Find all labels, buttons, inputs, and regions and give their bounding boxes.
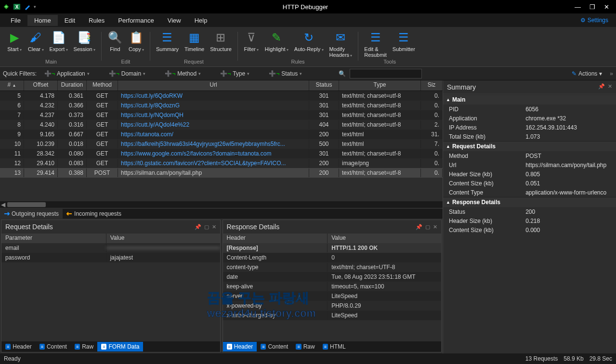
window-icon[interactable]: ▢	[204, 224, 209, 230]
search-icon[interactable]: 🔍	[339, 70, 346, 77]
summary-group-main[interactable]: ▲Main	[443, 94, 616, 104]
kv-row[interactable]: email	[1, 243, 220, 253]
summary-row: Status200	[443, 207, 616, 216]
col-header-size[interactable]: Siz	[421, 80, 443, 91]
summary-group-request-details[interactable]: ▲Request Details	[443, 141, 616, 151]
kv-row[interactable]: Content-Length0	[223, 253, 442, 262]
table-row[interactable]: 99.1650.667GEThttps://tutanota.com/200te…	[0, 130, 443, 139]
menu-rules[interactable]: Rules	[82, 15, 111, 26]
col-header-type[interactable]: Type	[339, 80, 421, 91]
copy-icon: 📋	[129, 30, 144, 45]
menu-home[interactable]: Home	[27, 15, 58, 26]
res-col-value[interactable]: Value	[328, 234, 441, 243]
ribbon-timeline[interactable]: ▦Timeline	[182, 30, 207, 58]
col-header-url[interactable]: Url	[118, 80, 309, 91]
tab-outgoing[interactable]: Outgoing requests	[0, 209, 63, 219]
col-header-duration[interactable]: Duration	[58, 80, 87, 91]
summary-group-response-details[interactable]: ▲Response Details	[443, 197, 616, 207]
menu-file[interactable]: File	[4, 15, 27, 26]
kv-row[interactable]: keep-alivetimeout=5, max=100	[223, 282, 442, 291]
close-panel-icon[interactable]: ✕	[433, 224, 437, 230]
kv-row[interactable]: content-typetext/html; charset=UTF-8	[223, 262, 442, 272]
ribbon-summary[interactable]: ☰Summary	[153, 30, 182, 58]
excel-icon[interactable]: X	[13, 2, 21, 11]
pin-icon[interactable]: 📌	[416, 224, 422, 230]
summary-row: Content Size (kb)0.000	[443, 225, 616, 234]
table-row[interactable]: 74.2370.373GEThttps://cutt.ly/NQdomQH301…	[0, 110, 443, 120]
ribbon-start[interactable]: ▶Start ▾	[4, 30, 25, 58]
filter-domain[interactable]: ➕¬Domain▾	[105, 69, 149, 78]
brush-icon[interactable]	[23, 2, 32, 11]
panel-tab-header[interactable]: ≡Header	[223, 342, 257, 351]
pin-icon[interactable]: 📌	[195, 224, 201, 230]
ribbon-submitter[interactable]: ☰Submitter	[390, 30, 418, 58]
table-row[interactable]: 54.1780.361GEThttps://cutt.ly/6QdoRKW301…	[0, 91, 443, 101]
col-header-num[interactable]: # ▲	[0, 80, 24, 91]
req-col-value[interactable]: Value	[106, 234, 220, 243]
panel-tab-raw[interactable]: ≡Raw	[71, 342, 97, 351]
req-col-parameter[interactable]: Parameter	[1, 234, 106, 243]
panel-tab-content[interactable]: ≡Content	[36, 342, 71, 351]
filter-type[interactable]: ➕¬Type▾	[216, 69, 253, 78]
panel-tab-raw[interactable]: ≡Raw	[292, 342, 318, 351]
maximize-icon[interactable]: ❐	[590, 3, 595, 11]
table-row[interactable]: 1128.3420.080GEThttps://www.google.com/s…	[0, 149, 443, 158]
table-row[interactable]: 1329.4140.388POSThttps://silman.cam/pony…	[0, 168, 443, 178]
menu-help[interactable]: Help	[188, 15, 214, 26]
panel-tab-content[interactable]: ≡Content	[257, 342, 292, 351]
ribbon-copy[interactable]: 📋Copy ▾	[126, 30, 147, 58]
summary-row: Header Size (kb)0.805	[443, 169, 616, 179]
minimize-icon[interactable]: —	[575, 3, 581, 11]
table-row[interactable]: 1010.2390.018GEThttps://bafkreihj53hrwa6…	[0, 139, 443, 149]
kv-row[interactable]: dateTue, 08 Aug 2023 23:51:18 GMT	[223, 272, 442, 282]
ribbon-editresubmit[interactable]: ☰Edit &Resubmit	[361, 30, 389, 58]
tab-incoming[interactable]: Incoming requests	[63, 209, 125, 219]
ribbon-session[interactable]: 📑Session ▾	[71, 30, 98, 58]
panel-tab-formdata[interactable]: ≡FORM Data	[97, 342, 143, 351]
summary-row: Total Size (kb)1.073	[443, 132, 616, 141]
plus-filter-icon: ➕¬	[220, 70, 231, 77]
kv-row[interactable]: x-powered-byPHP/8.0.29	[223, 301, 442, 311]
menu-view[interactable]: View	[161, 15, 188, 26]
kv-row[interactable]: serverLiteSpeed	[223, 291, 442, 301]
filter-method[interactable]: ➕¬Method▾	[161, 69, 205, 78]
start-icon: ▶	[7, 30, 22, 45]
filter-icon: ⊽	[244, 30, 259, 45]
close-panel-icon[interactable]: ✕	[212, 224, 216, 230]
search-input[interactable]	[350, 69, 422, 78]
ribbon-export[interactable]: 📄Export ▾	[47, 30, 71, 58]
close-icon[interactable]: ✕	[604, 3, 609, 11]
quick-access-icons: X ▾	[2, 2, 36, 11]
actions-button[interactable]: ✎ Actions ▾	[572, 70, 602, 77]
kv-row[interactable]: x-turbo-charged-byLiteSpeed	[223, 311, 442, 320]
ribbon-structure[interactable]: ⊞Structure	[207, 30, 235, 58]
horizontal-scrollbar[interactable]: ◀	[0, 201, 443, 208]
col-header-status[interactable]: Status	[309, 80, 339, 91]
ribbon-autoreply[interactable]: ↻Auto-Reply ▾	[291, 30, 327, 58]
settings-button[interactable]: ⚙Settings	[580, 17, 612, 24]
filter-application[interactable]: ➕¬Application▾	[40, 69, 93, 78]
kv-row[interactable]: passwordjajajatest	[1, 253, 220, 262]
ribbon-find[interactable]: 🔍Find	[105, 30, 126, 58]
menu-edit[interactable]: Edit	[58, 15, 82, 26]
close-panel-icon[interactable]: ✕	[608, 83, 612, 91]
menu-performance[interactable]: Performance	[111, 15, 160, 26]
table-row[interactable]: 64.2320.366GEThttps://cutt.ly/8QdoznG301…	[0, 101, 443, 110]
table-row[interactable]: 1229.4100.083GEThttps://t0.gstatic.com/f…	[0, 158, 443, 168]
window-icon[interactable]: ▢	[425, 224, 430, 230]
table-row[interactable]: 84.2400.316GEThttps://cutt.ly/AQdoI4e%22…	[0, 120, 443, 130]
kv-row[interactable]: [Response]HTTP/1.1 200 OK	[223, 243, 442, 253]
panel-tab-header[interactable]: ≡Header	[1, 342, 36, 351]
col-header-method[interactable]: Method	[87, 80, 118, 91]
filter-status[interactable]: ➕¬Status▾	[265, 69, 306, 78]
ribbon: ▶Start ▾🖌Clear ▾📄Export ▾📑Session ▾Main🔍…	[0, 27, 616, 67]
expand-icon[interactable]: »	[610, 70, 613, 77]
panel-tab-html[interactable]: ≡HTML	[319, 342, 350, 351]
col-header-offset[interactable]: Offset	[24, 80, 58, 91]
res-col-header[interactable]: Header	[223, 234, 328, 243]
ribbon-filter[interactable]: ⊽Filter ▾	[241, 30, 262, 58]
pin-icon[interactable]: 📌	[598, 83, 605, 91]
ribbon-highlight[interactable]: ✎Highlight ▾	[262, 30, 291, 58]
ribbon-clear[interactable]: 🖌Clear ▾	[25, 30, 47, 58]
ribbon-modifyheaders[interactable]: ✉ModifyHeaders ▾	[327, 30, 355, 58]
